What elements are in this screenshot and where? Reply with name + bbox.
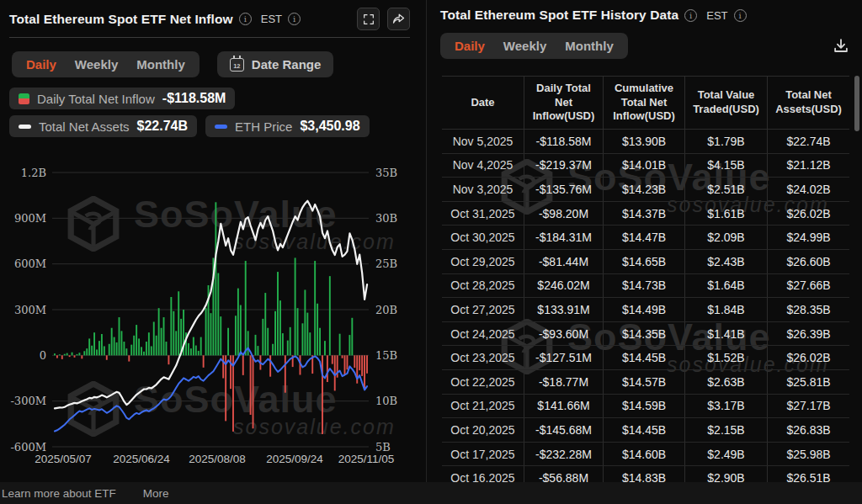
svg-text:20B: 20B xyxy=(375,304,397,316)
cell-value: $14.83B xyxy=(603,466,684,482)
cell-date: Nov 3,2025 xyxy=(442,178,524,201)
cell-date: Oct 27,2025 xyxy=(442,298,524,321)
svg-text:900M: 900M xyxy=(14,212,46,225)
more-link[interactable]: More xyxy=(143,487,169,500)
header-divider xyxy=(9,37,410,38)
download-button[interactable] xyxy=(832,37,850,56)
scrollbar-thumb[interactable] xyxy=(854,76,859,131)
cell-value: $14.57B xyxy=(603,370,684,394)
table-row: Oct 24,2025-$93.60M$14.35B$1.41B$26.39B xyxy=(442,322,849,347)
cell-value: -$118.58M xyxy=(524,130,603,153)
cell-value: $14.45B xyxy=(603,346,684,369)
cell-value: $3.17B xyxy=(684,395,767,418)
share-button[interactable] xyxy=(387,8,410,30)
cell-value: $133.91M xyxy=(524,298,603,321)
cell-value: $21.12B xyxy=(767,154,849,178)
chart-canvas: 1.2B35B900M30B600M25B300M20B015B-300M10B… xyxy=(0,150,426,486)
assets-line-icon xyxy=(19,125,31,129)
cell-date: Oct 29,2025 xyxy=(442,250,524,273)
cell-value: $26.83B xyxy=(767,418,849,442)
svg-text:0: 0 xyxy=(40,349,46,362)
cell-value: -$93.60M xyxy=(524,322,603,346)
tab-weekly[interactable]: Weekly xyxy=(503,39,546,53)
tab-daily[interactable]: Daily xyxy=(26,57,56,72)
cell-value: $14.73B xyxy=(603,274,684,298)
page-title: Total Ethereum Spot ETF History Data xyxy=(440,8,678,23)
cell-value: $26.60B xyxy=(767,250,849,273)
legend-eth-price[interactable]: ETH Price $3,450.98 xyxy=(205,115,370,137)
history-table-body: Nov 5,2025-$118.58M$13.90B$1.79B$22.74BN… xyxy=(442,130,849,482)
svg-text:10B: 10B xyxy=(375,395,397,407)
info-icon[interactable] xyxy=(684,9,697,22)
cell-value: $2.09B xyxy=(684,225,767,249)
table-row: Oct 30,2025-$184.31M$14.47B$2.09B$24.99B xyxy=(442,225,849,250)
cell-value: -$81.44M xyxy=(524,250,603,273)
svg-text:-600M: -600M xyxy=(10,441,46,454)
info-icon[interactable] xyxy=(239,13,252,25)
cell-value: $1.84B xyxy=(684,298,767,321)
info-icon[interactable] xyxy=(734,9,747,22)
tab-monthly[interactable]: Monthly xyxy=(136,57,185,72)
chart-legend: Daily Total Net Inflow -$118.58M Total N… xyxy=(9,88,426,137)
cell-value: $13.90B xyxy=(603,130,684,153)
table-row: Oct 17,2025-$232.28M$14.60B$2.49B$25.98B xyxy=(442,443,849,467)
tab-monthly[interactable]: Monthly xyxy=(565,39,614,53)
table-row: Nov 3,2025-$135.76M$14.23B$2.51B$24.02B xyxy=(442,178,849,202)
fullscreen-button[interactable] xyxy=(357,8,380,30)
cell-date: Oct 24,2025 xyxy=(442,322,524,346)
history-table: Date Daily Total Net Inflow(USD) Cumulat… xyxy=(442,76,849,482)
cell-value: $2.15B xyxy=(684,418,767,442)
column-header-cumulative-inflow: Cumulative Total Net Inflow(USD) xyxy=(603,77,684,129)
fullscreen-icon xyxy=(362,13,375,26)
table-row: Oct 23,2025-$127.51M$14.45B$1.52B$26.02B xyxy=(442,346,849,370)
etf-inflow-chart[interactable]: 1.2B35B900M30B600M25B300M20B015B-300M10B… xyxy=(0,150,426,486)
table-row: Oct 20,2025-$145.68M$14.45B$2.15B$26.83B xyxy=(442,418,849,443)
svg-text:300M: 300M xyxy=(14,304,46,316)
cell-value: $141.66M xyxy=(524,395,603,418)
date-range-button[interactable]: 12 Date Range xyxy=(217,51,334,77)
cell-value: $1.79B xyxy=(684,130,767,153)
cell-value: $2.43B xyxy=(684,250,767,273)
legend-total-net-assets[interactable]: Total Net Assets $22.74B xyxy=(9,115,197,137)
cell-value: $26.02B xyxy=(767,202,849,225)
svg-text:15B: 15B xyxy=(375,349,397,362)
info-icon[interactable] xyxy=(288,13,301,25)
cell-value: $14.60B xyxy=(603,443,684,466)
cell-value: $14.23B xyxy=(603,178,684,201)
svg-text:35B: 35B xyxy=(375,167,397,179)
cell-value: -$56.88M xyxy=(524,466,603,482)
legend-value: $22.74B xyxy=(137,119,189,134)
cell-value: $28.35B xyxy=(767,298,849,321)
table-controls: Daily Weekly Monthly xyxy=(440,33,850,59)
table-row: Oct 28,2025$246.02M$14.73B$1.64B$27.66B xyxy=(442,274,849,299)
cell-value: $26.39B xyxy=(767,322,849,346)
cell-date: Nov 4,2025 xyxy=(442,154,524,178)
tab-daily[interactable]: Daily xyxy=(455,39,485,53)
cell-value: $24.99B xyxy=(767,225,849,249)
share-icon xyxy=(391,12,406,26)
cell-date: Oct 20,2025 xyxy=(442,418,524,442)
eth-line-icon xyxy=(215,125,227,129)
svg-text:2025/05/07: 2025/05/07 xyxy=(35,453,92,465)
svg-text:1.2B: 1.2B xyxy=(21,167,46,179)
period-tabs: Daily Weekly Monthly xyxy=(440,33,628,59)
tab-weekly[interactable]: Weekly xyxy=(75,57,118,72)
cell-value: $1.41B xyxy=(684,322,767,346)
footer-bar: Learn more about ETF More xyxy=(0,482,862,504)
svg-text:2025/08/08: 2025/08/08 xyxy=(189,453,246,465)
cell-value: $26.51B xyxy=(767,466,849,482)
cell-value: -$145.68M xyxy=(524,418,603,442)
table-row: Nov 5,2025-$118.58M$13.90B$1.79B$22.74B xyxy=(442,130,849,154)
cell-value: $1.52B xyxy=(684,346,767,369)
svg-text:2025/11/05: 2025/11/05 xyxy=(338,453,395,465)
cell-value: $2.90B xyxy=(684,466,767,482)
table-row: Nov 4,2025-$219.37M$14.01B$4.15B$21.12B xyxy=(442,154,849,178)
column-header-daily-inflow: Daily Total Net Inflow(USD) xyxy=(524,77,603,129)
cell-value: $2.51B xyxy=(684,178,767,201)
inflow-bar-icon xyxy=(19,93,29,104)
cell-value: -$232.28M xyxy=(524,443,603,466)
legend-daily-net-inflow[interactable]: Daily Total Net Inflow -$118.58M xyxy=(9,88,235,109)
cell-value: $14.47B xyxy=(603,225,684,249)
svg-text:30B: 30B xyxy=(375,212,397,225)
svg-text:2025/09/24: 2025/09/24 xyxy=(266,453,323,465)
